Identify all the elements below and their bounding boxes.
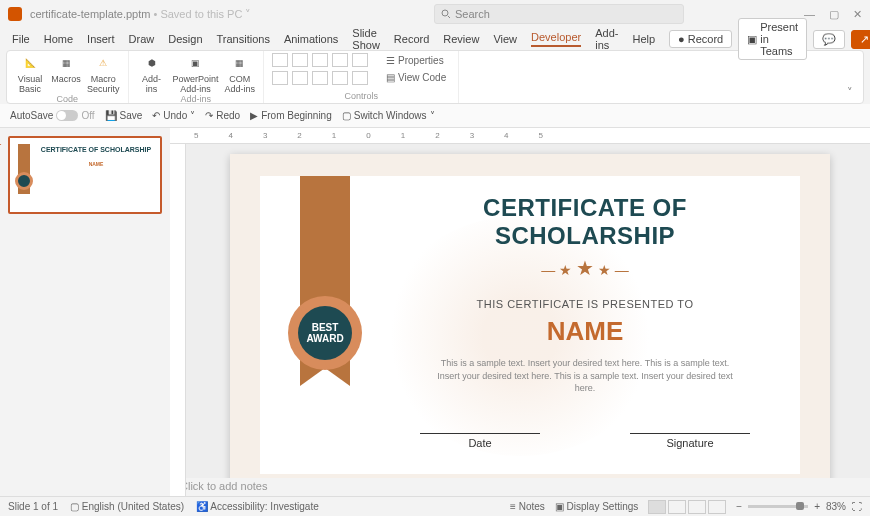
notes-pane[interactable]: Click to add notes	[170, 478, 870, 496]
slide[interactable]: BESTAWARD CERTIFICATE OF SCHOLARSHIP — ★…	[230, 154, 830, 478]
accessibility-button[interactable]: ♿ Accessibility: Investigate	[196, 501, 319, 512]
from-beginning-button[interactable]: ▶ From Beginning	[250, 110, 332, 121]
status-bar: Slide 1 of 1 ▢ English (United States) ♿…	[0, 496, 870, 516]
tab-slideshow[interactable]: Slide Show	[352, 27, 380, 51]
tab-review[interactable]: Review	[443, 33, 479, 45]
cert-title[interactable]: CERTIFICATE OF SCHOLARSHIP	[410, 194, 760, 250]
search-box[interactable]: Search	[434, 4, 684, 24]
cert-description[interactable]: This is a sample text. Insert your desir…	[410, 357, 760, 395]
star-divider: — ★ ★ ★ —	[410, 256, 760, 280]
group-label-controls: Controls	[272, 91, 450, 103]
slide-thumbnail[interactable]: CERTIFICATE OF SCHOLARSHIP NAME	[8, 136, 162, 214]
zoom-level[interactable]: 83%	[826, 501, 846, 512]
vb-icon: 📐	[20, 53, 40, 73]
thumbnail-pane[interactable]: 1 CERTIFICATE OF SCHOLARSHIP NAME	[0, 128, 170, 496]
slideshow-view-icon[interactable]	[708, 500, 726, 514]
tab-view[interactable]: View	[493, 33, 517, 45]
reading-view-icon[interactable]	[688, 500, 706, 514]
cert-subtitle[interactable]: THIS CERTIFICATE IS PRESENTED TO	[410, 298, 760, 310]
tab-home[interactable]: Home	[44, 33, 73, 45]
zoom-in-icon[interactable]: +	[814, 501, 820, 512]
normal-view-icon[interactable]	[648, 500, 666, 514]
slide-canvas[interactable]: BESTAWARD CERTIFICATE OF SCHOLARSHIP — ★…	[170, 144, 870, 478]
app-icon	[8, 7, 22, 21]
language-button[interactable]: ▢ English (United States)	[70, 501, 184, 512]
view-buttons[interactable]	[648, 500, 726, 514]
vertical-ruler	[170, 144, 186, 496]
cert-name[interactable]: NAME	[410, 316, 760, 347]
macros-button[interactable]: ▦Macros	[51, 53, 81, 94]
visual-basic-button[interactable]: 📐Visual Basic	[15, 53, 45, 94]
tab-addins[interactable]: Add-ins	[595, 27, 618, 51]
display-settings-button[interactable]: ▣ Display Settings	[555, 501, 638, 512]
signature-line[interactable]: Signature	[630, 433, 750, 449]
tab-record[interactable]: Record	[394, 33, 429, 45]
share-button[interactable]: ↗ Share	[851, 30, 870, 49]
tab-animations[interactable]: Animations	[284, 33, 338, 45]
warning-icon: ⚠	[93, 53, 113, 73]
slide-counter[interactable]: Slide 1 of 1	[8, 501, 58, 512]
present-teams-button[interactable]: ▣ Present in Teams	[738, 18, 807, 60]
macros-icon: ▦	[56, 53, 76, 73]
collapse-ribbon-button[interactable]: ˅	[837, 82, 863, 103]
svg-point-0	[442, 10, 448, 16]
tab-developer[interactable]: Developer	[531, 31, 581, 47]
svg-line-1	[448, 16, 450, 18]
zoom-out-icon[interactable]: −	[736, 501, 742, 512]
search-icon	[441, 9, 451, 19]
ppt-addins-icon: ▣	[186, 53, 206, 73]
fit-icon[interactable]: ⛶	[852, 501, 862, 512]
com-addins-button[interactable]: ▦COM Add-ins	[225, 53, 256, 94]
workspace: 1 CERTIFICATE OF SCHOLARSHIP NAME 543210…	[0, 128, 870, 496]
record-button[interactable]: ● Record	[669, 30, 732, 48]
slide-area: 54321012345 BESTAWARD CERTIFICATE OF SCH…	[170, 128, 870, 496]
view-code-button[interactable]: ▤ View Code	[382, 70, 450, 85]
switch-windows-button[interactable]: ▢ Switch Windows ˅	[342, 110, 435, 121]
certificate: BESTAWARD CERTIFICATE OF SCHOLARSHIP — ★…	[260, 176, 800, 474]
tab-draw[interactable]: Draw	[129, 33, 155, 45]
autosave-toggle[interactable]: AutoSaveOff	[10, 110, 95, 121]
document-title[interactable]: certificate-template.pptm • Saved to thi…	[30, 8, 251, 21]
zoom-control[interactable]: − + 83% ⛶	[736, 501, 862, 512]
notes-button[interactable]: ≡ Notes	[510, 501, 545, 512]
undo-button[interactable]: ↶ Undo ˅	[152, 110, 195, 121]
macro-security-button[interactable]: ⚠Macro Security	[87, 53, 120, 94]
menu-bar: File Home Insert Draw Design Transitions…	[0, 28, 870, 50]
ribbon-group-addins: ⬢Add- ins ▣PowerPoint Add-ins ▦COM Add-i…	[129, 51, 265, 103]
ribbon-badge: BESTAWARD	[290, 176, 360, 386]
horizontal-ruler: 54321012345	[170, 128, 870, 144]
slide-number: 1	[0, 136, 2, 147]
quick-access-toolbar: AutoSaveOff 💾 Save ↶ Undo ˅ ↷ Redo ▶ Fro…	[0, 104, 870, 128]
tab-file[interactable]: File	[12, 33, 30, 45]
comments-button[interactable]: 💬	[813, 30, 845, 49]
date-line[interactable]: Date	[420, 433, 540, 449]
group-label-addins: Add-ins	[137, 94, 256, 106]
controls-grid[interactable]	[272, 53, 370, 87]
tab-insert[interactable]: Insert	[87, 33, 115, 45]
addins-button[interactable]: ⬢Add- ins	[137, 53, 167, 94]
tab-transitions[interactable]: Transitions	[217, 33, 270, 45]
ppt-addins-button[interactable]: ▣PowerPoint Add-ins	[173, 53, 219, 94]
addins-icon: ⬢	[142, 53, 162, 73]
sorter-view-icon[interactable]	[668, 500, 686, 514]
com-addins-icon: ▦	[230, 53, 250, 73]
tab-help[interactable]: Help	[632, 33, 655, 45]
ribbon-group-code: 📐Visual Basic ▦Macros ⚠Macro Security Co…	[7, 51, 129, 103]
redo-button[interactable]: ↷ Redo	[205, 110, 240, 121]
tab-design[interactable]: Design	[168, 33, 202, 45]
ribbon-group-controls: ☰ Properties ▤ View Code Controls	[264, 51, 459, 103]
properties-button[interactable]: ☰ Properties	[382, 53, 450, 68]
group-label-code: Code	[15, 94, 120, 106]
save-button[interactable]: 💾 Save	[105, 110, 143, 121]
